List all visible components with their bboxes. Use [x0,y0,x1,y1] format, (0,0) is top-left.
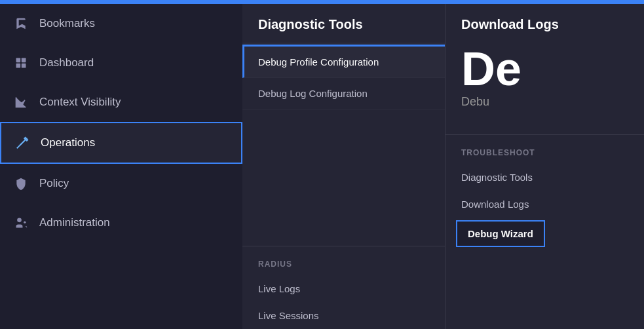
shield-icon [13,176,29,191]
sidebar-item-dashboard[interactable]: Dashboard [0,43,242,83]
download-logs-header-area: Download Logs De Debu [445,4,644,134]
tools-icon [14,135,30,151]
debug-log-configuration[interactable]: Debug Log Configuration [242,78,445,109]
sidebar-item-operations[interactable]: Operations [0,122,242,164]
sidebar-item-policy[interactable]: Policy [0,164,242,203]
svg-rect-1 [22,58,26,63]
radius-section-label: RADIUS [242,246,445,275]
diagnostic-tools-header: Diagnostic Tools [242,4,445,45]
svg-point-7 [24,222,26,223]
troubleshoot-debug-wizard[interactable]: Debug Wizard [456,220,545,247]
admin-icon [13,215,29,231]
svg-point-6 [17,218,22,223]
troubleshoot-section-label: Troubleshoot [445,135,644,164]
sidebar-item-administration[interactable]: Administration [0,203,242,242]
sidebar-item-label: Policy [39,177,69,190]
sidebar-item-label: Bookmarks [39,17,95,30]
troubleshoot-diagnostic-tools[interactable]: Diagnostic Tools [445,164,644,191]
bookmark-icon [13,16,29,31]
sidebar-item-label: Operations [41,136,95,149]
svg-line-5 [20,138,27,145]
live-sessions[interactable]: Live Sessions [242,302,445,329]
sidebar-item-label: Dashboard [39,56,94,69]
debug-profile-configuration[interactable]: Debug Profile Configuration [242,47,445,78]
svg-rect-3 [22,64,26,68]
sidebar-item-label: Context Visibility [39,96,121,109]
download-logs-header: Download Logs [461,17,628,32]
sidebar-item-bookmarks[interactable]: Bookmarks [0,4,242,43]
sidebar: Bookmarks Dashboard Context Visibility [0,4,242,329]
chart-icon [13,94,29,110]
troubleshoot-section: Troubleshoot Diagnostic Tools Download L… [445,135,644,329]
dropdown-panel: Diagnostic Tools Debug Profile Configura… [242,4,644,329]
dashboard-icon [13,55,29,71]
download-partial-subtext: Debu [461,95,628,109]
svg-rect-0 [16,58,21,63]
live-logs[interactable]: Live Logs [242,275,445,302]
sidebar-item-label: Administration [39,216,110,229]
sidebar-item-context-visibility[interactable]: Context Visibility [0,83,242,122]
download-partial-text: De [461,45,628,92]
top-bar [0,0,644,4]
troubleshoot-download-logs[interactable]: Download Logs [445,191,644,218]
svg-rect-2 [16,64,21,68]
